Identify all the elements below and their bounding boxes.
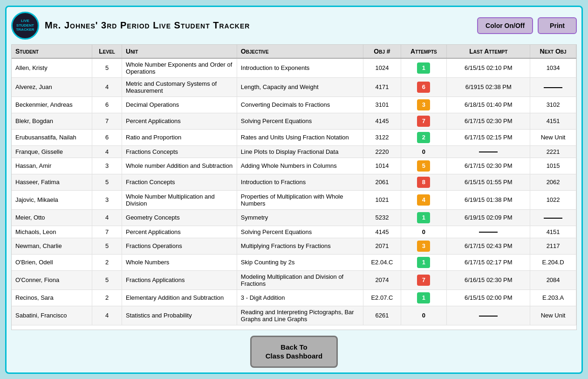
dash-line: [479, 232, 498, 233]
cell-attempts: 0: [401, 145, 447, 158]
cell-unit: Fractions Concepts: [122, 145, 237, 158]
cell-attempts: 0: [401, 306, 447, 325]
cell-unit: Whole Number Multiplication and Division: [122, 190, 237, 209]
cell-student: Alverez, Juan: [12, 77, 92, 96]
attempts-badge: 2: [417, 132, 430, 143]
table-body: Allen, Kristy5Whole Number Exponents and…: [12, 58, 576, 325]
table-row: Newman, Charlie5Fractions OperationsMult…: [12, 238, 576, 254]
dash-line: [479, 316, 498, 317]
cell-obj-num: 1021: [363, 190, 401, 209]
table-row: Michaols, Leon7Percent ApplicationsSolvi…: [12, 226, 576, 238]
table-row: O'Brien, Odell2Whole NumbersSkip Countin…: [12, 254, 576, 270]
cell-student: Blekr, Bogdan: [12, 113, 92, 129]
table-row: Hassan, Amir3Whole number Addition and S…: [12, 158, 576, 174]
cell-unit: Fraction Concepts: [122, 174, 237, 190]
attempts-badge: 5: [417, 160, 430, 172]
cell-student: Michaols, Leon: [12, 226, 92, 238]
cell-next-obj: New Unit: [530, 129, 576, 145]
cell-unit: Percent Applications: [122, 226, 237, 238]
cell-student: Meier, Otto: [12, 209, 92, 226]
attempts-badge: 6: [417, 82, 430, 93]
back-to-dashboard-button[interactable]: Back To Class Dashboard: [250, 336, 338, 368]
cell-attempts: 4: [401, 190, 447, 209]
cell-next-obj: 2062: [530, 174, 576, 190]
cell-last-attempt: 6/17/15 02:30 PM: [447, 113, 530, 129]
cell-objective: Modeling Multiplication and Division of …: [237, 270, 363, 289]
header: LIVESTUDENTTRACKER Mr. Johnes' 3rd Perio…: [11, 12, 577, 40]
col-header-obj-num: Obj #: [363, 45, 401, 58]
cell-obj-num: 1024: [363, 58, 401, 78]
cell-last-attempt: 6/1915 02:38 PM: [447, 77, 530, 96]
cell-unit: Whole Number Exponents and Order of Oper…: [122, 58, 237, 78]
page-title: Mr. Johnes' 3rd Period Live Student Trac…: [45, 20, 250, 31]
cell-level: 3: [92, 158, 122, 174]
cell-objective: Adding Whole Numbers in Columns: [237, 158, 363, 174]
color-toggle-button[interactable]: Color On/Off: [477, 17, 533, 34]
cell-level: 5: [92, 238, 122, 254]
table-row: Allen, Kristy5Whole Number Exponents and…: [12, 58, 576, 78]
cell-student: Erubusansatifa, Nailah: [12, 129, 92, 145]
cell-next-obj: 1022: [530, 190, 576, 209]
cell-attempts: 1: [401, 254, 447, 270]
cell-unit: Geometry Concepts: [122, 209, 237, 226]
table-row: Jajovic, Mikaela3Whole Number Multiplica…: [12, 190, 576, 209]
cell-attempts: 7: [401, 270, 447, 289]
cell-attempts: 2: [401, 129, 447, 145]
attempts-badge: 1: [417, 62, 430, 74]
cell-attempts: 0: [401, 226, 447, 238]
cell-last-attempt: 6/19/15 01:38 PM: [447, 190, 530, 209]
cell-objective: 3 - Digit Addition: [237, 289, 363, 306]
table-row: O'Conner, Fiona5Fractions ApplicationsMo…: [12, 270, 576, 289]
cell-next-obj: [530, 77, 576, 96]
cell-attempts: 5: [401, 158, 447, 174]
cell-next-obj: [530, 209, 576, 226]
cell-obj-num: 4171: [363, 77, 401, 96]
attempts-badge: 3: [417, 241, 430, 252]
cell-attempts: 3: [401, 238, 447, 254]
cell-last-attempt: 6/18/15 01:40 PM: [447, 96, 530, 113]
header-buttons: Color On/Off Print: [477, 17, 577, 34]
cell-student: Newman, Charlie: [12, 238, 92, 254]
cell-next-obj: 2221: [530, 145, 576, 158]
cell-unit: Statistics and Probability: [122, 306, 237, 325]
cell-attempts: 6: [401, 77, 447, 96]
cell-level: 4: [92, 209, 122, 226]
attempts-badge: 3: [417, 99, 430, 110]
cell-attempts: 8: [401, 174, 447, 190]
header-left: LIVESTUDENTTRACKER Mr. Johnes' 3rd Perio…: [11, 12, 250, 40]
cell-obj-num: 2074: [363, 270, 401, 289]
cell-student: Allen, Kristy: [12, 58, 92, 78]
cell-next-obj: 3102: [530, 96, 576, 113]
cell-next-obj: 2117: [530, 238, 576, 254]
cell-level: 4: [92, 145, 122, 158]
cell-level: 2: [92, 289, 122, 306]
cell-unit: Percent Applications: [122, 113, 237, 129]
cell-unit: Elementary Addition and Subtraction: [122, 289, 237, 306]
cell-objective: Solving Percent Equations: [237, 113, 363, 129]
cell-objective: Solving Percent Equations: [237, 226, 363, 238]
attempts-value: 0: [422, 148, 425, 155]
footer: Back To Class Dashboard: [11, 336, 577, 368]
cell-level: 5: [92, 58, 122, 78]
cell-last-attempt: 6/17/15 02:17 PM: [447, 254, 530, 270]
cell-objective: Introduction to Fractions: [237, 174, 363, 190]
cell-level: 5: [92, 270, 122, 289]
print-button[interactable]: Print: [538, 17, 577, 34]
table-row: Franque, Gisselle4Fractions ConceptsLine…: [12, 145, 576, 158]
cell-last-attempt: 6/17/15 02:43 PM: [447, 238, 530, 254]
table-row: Beckenmier, Andreas6Decimal OperationsCo…: [12, 96, 576, 113]
table-row: Alverez, Juan4Metric and Customary Syste…: [12, 77, 576, 96]
attempts-value: 0: [422, 228, 425, 235]
cell-obj-num: 6261: [363, 306, 401, 325]
cell-next-obj: 4151: [530, 226, 576, 238]
cell-attempts: 3: [401, 96, 447, 113]
dash-line: [544, 87, 562, 88]
cell-student: O'Brien, Odell: [12, 254, 92, 270]
cell-last-attempt: 6/16/15 02:30 PM: [447, 270, 530, 289]
attempts-badge: 4: [417, 194, 430, 206]
table-header-row: Student Level Unit Objective Obj # Attem…: [12, 45, 576, 58]
attempts-badge: 1: [417, 292, 430, 303]
cell-obj-num: E2.04.C: [363, 254, 401, 270]
cell-last-attempt: 6/19/15 02:09 PM: [447, 209, 530, 226]
cell-unit: Fractions Applications: [122, 270, 237, 289]
